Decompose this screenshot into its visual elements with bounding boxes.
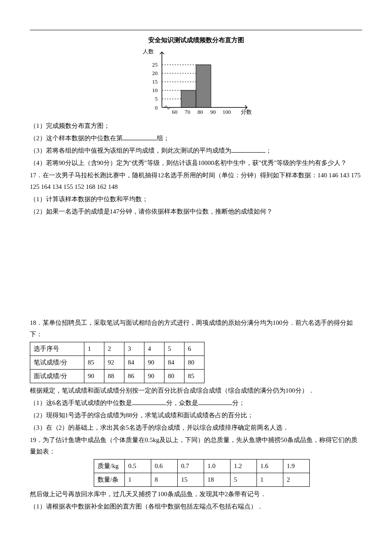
svg-text:100: 100 bbox=[222, 109, 231, 115]
table-row: 数量/条 1 8 15 18 5 1 2 bbox=[94, 473, 310, 487]
q18-3: （3）在（2）的基础上，求出其余5名选手的综合成绩，并以综合成绩排序确定前两名人… bbox=[30, 422, 362, 434]
blank-field bbox=[231, 146, 265, 153]
svg-rect-8 bbox=[196, 65, 211, 107]
q17-2: （2）如果一名选手的成绩是147分钟，请你依据样本数据中位数，推断他的成绩如何？ bbox=[30, 206, 362, 217]
svg-rect-7 bbox=[181, 90, 196, 107]
page-top-rule bbox=[30, 30, 362, 30]
question-17: 17．在一次男子马拉松长跑比赛中，随机抽得12名选手所用的时间（单位：分钟）得到… bbox=[30, 170, 362, 217]
table-row: 笔试成绩/分 85 92 84 90 84 80 bbox=[30, 356, 205, 370]
svg-text:80: 80 bbox=[198, 109, 203, 115]
blank-field bbox=[132, 398, 166, 405]
svg-text:20: 20 bbox=[152, 70, 158, 76]
svg-text:15: 15 bbox=[152, 78, 158, 85]
q16-2: （2）这个样本数据的中位数在第组； bbox=[30, 133, 362, 144]
q16-4: （4）若将90分以上（含90分）定为"优秀"等级，则估计该县10000名初中生中… bbox=[30, 157, 362, 169]
question-18: 18．某单位招聘员工，采取笔试与面试相结合的方式进行，两项成绩的原始分满分均为1… bbox=[30, 317, 362, 434]
q19-after: 然后做上记号再放回水库中，过几天又捕捞了100条成品鱼，发现其中2条带有记号． bbox=[30, 489, 362, 500]
blank-field bbox=[123, 133, 157, 140]
vertical-spacer bbox=[30, 218, 362, 316]
question-16-subs: （1）完成频数分布直方图； （2）这个样本数据的中位数在第组； （3）若将各组的… bbox=[30, 120, 362, 169]
q18-2: （2）现得知1号选手的综合成绩为88分，求笔试成绩和面试成绩各占的百分比； bbox=[30, 410, 362, 421]
q18-table: 选手序号 1 2 3 4 5 6 笔试成绩/分 85 92 84 90 84 8… bbox=[30, 342, 205, 383]
q17-1: （1）计算该样本数据的中位数和平均数； bbox=[30, 194, 362, 205]
histogram-svg: 人数 0 5 10 15 20 25 60 70 80 90 100 分数 bbox=[136, 48, 256, 116]
table-row: 选手序号 1 2 3 4 5 6 bbox=[30, 342, 205, 356]
svg-text:90: 90 bbox=[210, 109, 216, 115]
histogram-figure: 安全知识测试成绩频数分布直方图 人数 0 5 10 15 20 25 60 70… bbox=[30, 35, 362, 116]
q19-table: 质量/kg 0.5 0.6 0.7 1.0 1.2 1.6 1.9 数量/条 1… bbox=[94, 459, 310, 487]
q18-1: （1）这6名选手笔试成绩的中位数是分，众数是分； bbox=[30, 397, 362, 409]
blank-field bbox=[198, 398, 232, 405]
chart-title: 安全知识测试成绩频数分布直方图 bbox=[30, 35, 362, 46]
svg-text:25: 25 bbox=[152, 61, 158, 68]
q19-1: （1）请根据表中数据补全如图的直方图（各组中数据包括左端点不包括右端点）． bbox=[30, 501, 362, 512]
question-19: 19．为了估计鱼塘中成品鱼（个体质量在0.5kg及以上，下同）的总质量，先从鱼塘… bbox=[30, 434, 362, 512]
q16-1: （1）完成频数分布直方图； bbox=[30, 120, 362, 132]
svg-text:60: 60 bbox=[172, 109, 178, 115]
svg-text:70: 70 bbox=[185, 109, 190, 115]
x-axis-label: 分数 bbox=[241, 109, 252, 115]
y-axis-label: 人数 bbox=[143, 48, 154, 55]
q19-stem: 19．为了估计鱼塘中成品鱼（个体质量在0.5kg及以上，下同）的总质量，先从鱼塘… bbox=[30, 434, 362, 457]
q18-stem: 18．某单位招聘员工，采取笔试与面试相结合的方式进行，两项成绩的原始分满分均为1… bbox=[30, 317, 362, 340]
svg-text:5: 5 bbox=[155, 95, 158, 102]
svg-text:10: 10 bbox=[152, 87, 158, 93]
svg-text:0: 0 bbox=[155, 104, 158, 111]
q17-stem: 17．在一次男子马拉松长跑比赛中，随机抽得12名选手所用的时间（单位：分钟）得到… bbox=[30, 170, 362, 193]
table-row: 面试成绩/分 90 88 86 90 80 85 bbox=[30, 370, 205, 383]
q16-3: （3）若将各组的组中值视为该组的平均成绩，则此次测试的平均成绩为； bbox=[30, 145, 362, 156]
q18-after: 根据规定，笔试成绩和面试成绩分别按一定的百分比折合成综合成绩（综合成绩的满分仍为… bbox=[30, 385, 362, 396]
table-row: 质量/kg 0.5 0.6 0.7 1.0 1.2 1.6 1.9 bbox=[94, 460, 310, 473]
